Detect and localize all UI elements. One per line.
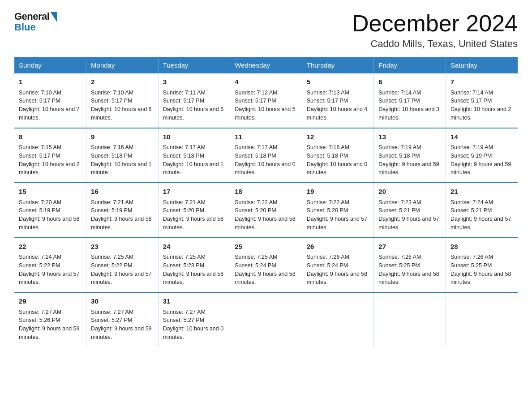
logo: General Blue: [14, 11, 57, 33]
calendar-cell: 10Sunrise: 7:17 AMSunset: 5:18 PMDayligh…: [158, 128, 230, 183]
day-info: Sunrise: 7:27 AMSunset: 5:26 PMDaylight:…: [19, 308, 82, 342]
weekday-header-row: SundayMondayTuesdayWednesdayThursdayFrid…: [14, 57, 518, 73]
day-number: 20: [378, 187, 441, 197]
day-info: Sunrise: 7:17 AMSunset: 5:18 PMDaylight:…: [163, 143, 226, 177]
calendar-cell: 13Sunrise: 7:19 AMSunset: 5:18 PMDayligh…: [374, 128, 446, 183]
calendar-week-row: 15Sunrise: 7:20 AMSunset: 5:19 PMDayligh…: [14, 183, 518, 238]
calendar-cell: 1Sunrise: 7:10 AMSunset: 5:17 PMDaylight…: [14, 73, 86, 128]
day-info: Sunrise: 7:16 AMSunset: 5:18 PMDaylight:…: [91, 143, 154, 177]
day-info: Sunrise: 7:15 AMSunset: 5:17 PMDaylight:…: [19, 143, 82, 177]
calendar-cell: 14Sunrise: 7:19 AMSunset: 5:19 PMDayligh…: [446, 128, 518, 183]
calendar-cell: 4Sunrise: 7:12 AMSunset: 5:17 PMDaylight…: [230, 73, 302, 128]
day-info: Sunrise: 7:12 AMSunset: 5:17 PMDaylight:…: [235, 89, 297, 122]
calendar-cell: 16Sunrise: 7:21 AMSunset: 5:19 PMDayligh…: [86, 183, 159, 238]
calendar-cell: 20Sunrise: 7:23 AMSunset: 5:21 PMDayligh…: [374, 183, 446, 238]
day-number: 5: [307, 77, 369, 87]
day-number: 28: [450, 242, 513, 252]
day-info: Sunrise: 7:19 AMSunset: 5:18 PMDaylight:…: [378, 143, 441, 177]
day-number: 8: [19, 132, 82, 142]
day-info: Sunrise: 7:10 AMSunset: 5:17 PMDaylight:…: [19, 89, 82, 122]
logo-blue-text: Blue: [14, 21, 36, 33]
calendar-cell: 5Sunrise: 7:13 AMSunset: 5:17 PMDaylight…: [302, 73, 374, 128]
calendar-cell: [302, 292, 374, 347]
day-info: Sunrise: 7:18 AMSunset: 5:18 PMDaylight:…: [307, 143, 369, 177]
day-number: 26: [307, 242, 369, 252]
day-info: Sunrise: 7:26 AMSunset: 5:25 PMDaylight:…: [378, 253, 441, 287]
calendar-week-row: 8Sunrise: 7:15 AMSunset: 5:17 PMDaylight…: [14, 128, 518, 183]
day-number: 1: [19, 77, 82, 87]
day-number: 4: [235, 77, 297, 87]
day-info: Sunrise: 7:24 AMSunset: 5:22 PMDaylight:…: [19, 253, 82, 287]
day-info: Sunrise: 7:25 AMSunset: 5:23 PMDaylight:…: [163, 253, 226, 287]
location-title: Caddo Mills, Texas, United States: [352, 38, 518, 50]
calendar-cell: 6Sunrise: 7:14 AMSunset: 5:17 PMDaylight…: [374, 73, 446, 128]
day-info: Sunrise: 7:13 AMSunset: 5:17 PMDaylight:…: [307, 89, 369, 122]
calendar-week-row: 29Sunrise: 7:27 AMSunset: 5:26 PMDayligh…: [14, 292, 518, 347]
calendar-cell: 19Sunrise: 7:22 AMSunset: 5:20 PMDayligh…: [302, 183, 374, 238]
weekday-header-saturday: Saturday: [446, 57, 518, 73]
calendar-cell: 8Sunrise: 7:15 AMSunset: 5:17 PMDaylight…: [14, 128, 86, 183]
day-info: Sunrise: 7:14 AMSunset: 5:17 PMDaylight:…: [450, 89, 513, 122]
day-number: 10: [163, 132, 226, 142]
calendar-cell: 31Sunrise: 7:27 AMSunset: 5:27 PMDayligh…: [158, 292, 230, 347]
day-number: 22: [19, 242, 82, 252]
day-number: 23: [91, 242, 154, 252]
calendar-cell: [446, 292, 518, 347]
day-info: Sunrise: 7:20 AMSunset: 5:19 PMDaylight:…: [19, 198, 82, 232]
day-number: 19: [307, 187, 369, 197]
day-info: Sunrise: 7:26 AMSunset: 5:25 PMDaylight:…: [450, 253, 513, 287]
weekday-header-monday: Monday: [86, 57, 159, 73]
weekday-header-tuesday: Tuesday: [158, 57, 230, 73]
calendar-cell: 9Sunrise: 7:16 AMSunset: 5:18 PMDaylight…: [86, 128, 159, 183]
calendar-cell: 27Sunrise: 7:26 AMSunset: 5:25 PMDayligh…: [374, 238, 446, 293]
day-number: 21: [450, 187, 513, 197]
day-number: 2: [91, 77, 154, 87]
calendar-cell: 7Sunrise: 7:14 AMSunset: 5:17 PMDaylight…: [446, 73, 518, 128]
calendar-cell: 17Sunrise: 7:21 AMSunset: 5:20 PMDayligh…: [158, 183, 230, 238]
month-title: December 2024: [352, 11, 518, 36]
calendar-cell: 11Sunrise: 7:17 AMSunset: 5:18 PMDayligh…: [230, 128, 302, 183]
day-number: 11: [235, 132, 297, 142]
day-number: 16: [91, 187, 154, 197]
day-info: Sunrise: 7:10 AMSunset: 5:17 PMDaylight:…: [91, 89, 154, 122]
day-number: 3: [163, 77, 226, 87]
day-info: Sunrise: 7:22 AMSunset: 5:20 PMDaylight:…: [307, 198, 369, 232]
day-number: 6: [378, 77, 441, 87]
day-number: 27: [378, 242, 441, 252]
day-number: 17: [163, 187, 226, 197]
day-info: Sunrise: 7:14 AMSunset: 5:17 PMDaylight:…: [378, 89, 441, 122]
calendar-week-row: 1Sunrise: 7:10 AMSunset: 5:17 PMDaylight…: [14, 73, 518, 128]
day-number: 18: [235, 187, 297, 197]
calendar-cell: 22Sunrise: 7:24 AMSunset: 5:22 PMDayligh…: [14, 238, 86, 293]
calendar-cell: [374, 292, 446, 347]
day-info: Sunrise: 7:27 AMSunset: 5:27 PMDaylight:…: [163, 308, 226, 342]
page-header: General Blue December 2024 Caddo Mills, …: [14, 11, 518, 50]
day-number: 14: [450, 132, 513, 142]
calendar-cell: 3Sunrise: 7:11 AMSunset: 5:17 PMDaylight…: [158, 73, 230, 128]
day-info: Sunrise: 7:22 AMSunset: 5:20 PMDaylight:…: [235, 198, 297, 232]
calendar-cell: 2Sunrise: 7:10 AMSunset: 5:17 PMDaylight…: [86, 73, 159, 128]
weekday-header-sunday: Sunday: [14, 57, 86, 73]
day-number: 29: [19, 296, 82, 307]
day-info: Sunrise: 7:17 AMSunset: 5:18 PMDaylight:…: [235, 143, 297, 177]
weekday-header-friday: Friday: [374, 57, 446, 73]
calendar-cell: 24Sunrise: 7:25 AMSunset: 5:23 PMDayligh…: [158, 238, 230, 293]
day-info: Sunrise: 7:25 AMSunset: 5:22 PMDaylight:…: [91, 253, 154, 287]
day-info: Sunrise: 7:24 AMSunset: 5:21 PMDaylight:…: [450, 198, 513, 232]
logo-triangle-icon: [51, 12, 57, 22]
day-number: 13: [378, 132, 441, 142]
day-number: 12: [307, 132, 369, 142]
day-number: 15: [19, 187, 82, 197]
day-info: Sunrise: 7:26 AMSunset: 5:24 PMDaylight:…: [307, 253, 369, 287]
calendar-cell: [230, 292, 302, 347]
day-number: 31: [163, 296, 226, 307]
calendar-cell: 23Sunrise: 7:25 AMSunset: 5:22 PMDayligh…: [86, 238, 159, 293]
calendar-cell: 21Sunrise: 7:24 AMSunset: 5:21 PMDayligh…: [446, 183, 518, 238]
day-number: 30: [91, 296, 154, 307]
title-block: December 2024 Caddo Mills, Texas, United…: [352, 11, 518, 50]
day-info: Sunrise: 7:25 AMSunset: 5:24 PMDaylight:…: [235, 253, 297, 287]
calendar-table: SundayMondayTuesdayWednesdayThursdayFrid…: [14, 57, 518, 347]
day-info: Sunrise: 7:19 AMSunset: 5:19 PMDaylight:…: [450, 143, 513, 177]
day-number: 25: [235, 242, 297, 252]
weekday-header-thursday: Thursday: [302, 57, 374, 73]
